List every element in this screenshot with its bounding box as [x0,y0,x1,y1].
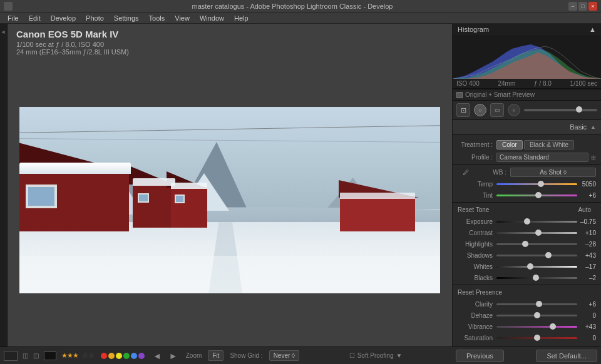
proof-dropdown[interactable]: ▼ [396,352,402,359]
highlights-handle[interactable] [522,241,528,247]
snow-foreground [19,256,440,293]
vibrance-slider[interactable] [496,326,577,328]
menu-edit[interactable]: Edit [24,13,46,24]
auto-label[interactable]: Auto [578,206,596,213]
nav-left[interactable]: ◄ [151,351,163,361]
reset-tone-button[interactable]: Reset Tone [458,206,489,213]
dot-purple[interactable] [138,353,145,359]
maximize-button[interactable]: □ [578,2,587,11]
dot-red[interactable] [101,353,107,359]
whites-handle[interactable] [527,263,533,270]
saturation-row: Saturation 0 [453,332,601,343]
histogram-canvas [453,35,601,79]
tool-circle2[interactable]: ○ [508,104,520,116]
saturation-slider[interactable] [496,337,577,339]
contrast-handle[interactable] [535,230,542,236]
photo-frame [19,107,440,293]
menu-settings[interactable]: Settings [109,13,144,24]
menu-file[interactable]: File [3,13,24,24]
brightness-strip[interactable] [524,109,597,111]
preview-checkbox[interactable] [456,92,463,98]
temp-handle[interactable] [538,181,544,187]
color-button[interactable]: Color [496,140,523,149]
close-button[interactable]: × [588,2,597,11]
fit-button[interactable]: Fit [208,350,223,361]
building-main [19,172,129,231]
dehaze-value: 0 [577,312,596,319]
never-button[interactable]: Never ◊ [269,350,299,361]
menu-photo[interactable]: Photo [81,13,109,24]
star-rating[interactable]: ★★★ [61,351,78,360]
wb-select[interactable]: As Shot ◊ [510,168,596,177]
previous-button[interactable]: Previous [456,350,504,362]
vibrance-handle[interactable] [550,323,556,330]
nav-right[interactable]: ► [167,351,180,361]
highlights-row: Highlights –28 [453,238,601,250]
histogram-chevron[interactable]: ▲ [589,26,596,33]
whites-slider[interactable] [496,266,577,268]
vibrance-value: +43 [577,323,596,330]
menu-help[interactable]: Help [229,13,254,24]
highlights-label: Highlights [458,241,496,248]
whites-value: –17 [577,263,596,270]
menu-develop[interactable]: Develop [46,13,81,24]
photo-info: Canon EOS 5D Mark IV 1/100 sec at ƒ / 8.… [8,24,452,59]
checkbox-proof[interactable]: ☐ [349,352,355,359]
building-2-snow [133,178,175,186]
tool-circle[interactable]: ○ [474,104,486,116]
tool-crop[interactable]: ⊡ [456,103,470,117]
exposure-label: Exposure [458,218,496,225]
basic-chevron[interactable]: ▲ [590,124,596,130]
filmstrip-icon[interactable] [4,351,18,361]
profile-select[interactable]: Camera Standard [496,153,588,162]
camera-name: Canon EOS 5D Mark IV [16,29,443,39]
blacks-handle[interactable] [533,275,539,281]
profile-grid-icon[interactable]: ⊞ [591,154,596,161]
black-square [44,351,56,360]
menu-tools[interactable]: Tools [144,13,170,24]
right-scroll[interactable]: Basic ▲ Treatment : Color Black & White … [453,120,601,346]
shadows-handle[interactable] [545,252,552,258]
dot-orange[interactable] [108,353,115,359]
tool-rect[interactable]: ▭ [490,103,504,117]
center-panel: Canon EOS 5D Mark IV 1/100 sec at ƒ / 8.… [8,24,452,346]
brightness-handle[interactable] [576,106,582,113]
tint-handle[interactable] [535,192,542,198]
highlights-slider[interactable] [496,243,577,245]
divider-3 [453,285,601,285]
menu-view[interactable]: View [170,13,195,24]
vibrance-label: Vibrance [458,323,496,330]
blacks-value: –2 [577,275,596,281]
tint-slider[interactable] [496,195,577,196]
histogram-chart [453,35,601,79]
menu-window[interactable]: Window [195,13,229,24]
saturation-handle[interactable] [534,335,540,341]
tool-strip: ⊡ ○ ▭ ○ [453,101,601,120]
lens-info: 24 mm (EF16–35mm ƒ/2.8L III USM) [16,48,443,56]
dehaze-handle[interactable] [534,312,540,318]
exposure-handle[interactable] [524,218,530,225]
blacks-slider[interactable] [496,277,577,279]
dot-yellow[interactable] [116,353,122,359]
vibrance-row: Vibrance +43 [453,321,601,332]
clarity-slider[interactable] [496,303,577,305]
temp-slider[interactable] [496,183,577,185]
eyedropper-icon[interactable]: 🖉 [463,169,469,176]
loop-icon[interactable]: ◫ [33,352,39,359]
preview-toggle[interactable]: Original + Smart Preview [453,89,601,101]
set-defaults-button[interactable]: Set Default... [536,350,597,362]
clarity-handle[interactable] [536,301,542,307]
minimize-button[interactable]: – [568,2,577,11]
dot-blue[interactable] [131,353,137,359]
exposure-slider[interactable] [496,221,577,223]
basic-section-header[interactable]: Basic ▲ [453,120,601,134]
contrast-slider[interactable] [496,232,577,234]
bw-button[interactable]: Black & White [524,140,574,149]
empty-stars: ☆☆ [82,351,95,360]
dehaze-slider[interactable] [496,315,577,316]
hist-iso: ISO 400 [456,80,480,87]
reset-presence-button[interactable]: Reset Presence [458,289,502,296]
shadows-slider[interactable] [496,255,577,256]
dot-green[interactable] [123,353,130,359]
left-tab-nav[interactable]: ◄ [0,24,7,40]
